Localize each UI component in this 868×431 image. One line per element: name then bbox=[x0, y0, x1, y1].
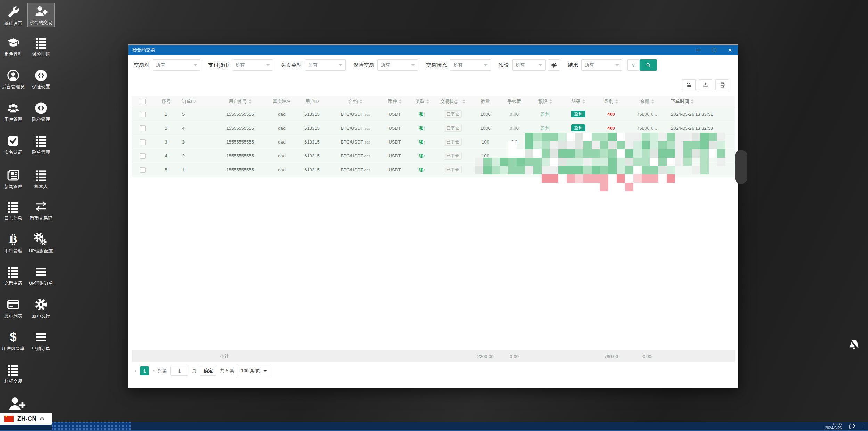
sidebar-item-insurance-type-management[interactable]: 险种管理 bbox=[28, 100, 54, 123]
cell-contract: BTC/USDT-30S bbox=[341, 167, 370, 172]
expand-filters-button[interactable]: ∨ bbox=[627, 59, 640, 71]
filter-preset-select[interactable]: 所有 bbox=[512, 59, 546, 71]
next-page-button[interactable]: › bbox=[153, 367, 155, 374]
filter-result-select[interactable]: 所有 bbox=[581, 59, 622, 71]
col-header-preset[interactable]: 预设 bbox=[539, 98, 552, 105]
sidebar-item-insurance-claims[interactable]: 保险理赔 bbox=[28, 35, 54, 57]
row-checkbox[interactable] bbox=[140, 153, 146, 159]
col-header-real-name[interactable]: 真实姓名 bbox=[273, 98, 291, 105]
prev-page-button[interactable]: ‹ bbox=[134, 367, 137, 374]
export-button[interactable] bbox=[699, 79, 712, 90]
cell-type: 涨↑ bbox=[419, 167, 426, 173]
row-checkbox[interactable] bbox=[140, 167, 146, 173]
sidebar-item-policy-management[interactable]: 险单管理 bbox=[28, 133, 54, 155]
cell-account: 15555555555 bbox=[226, 153, 254, 158]
preset-settings-button[interactable] bbox=[548, 59, 560, 71]
col-header-account[interactable]: 用户账号 bbox=[229, 98, 252, 105]
sidebar-item-coin-trade-records[interactable]: 币币交易记 bbox=[28, 199, 54, 221]
cell-amount: 1000 bbox=[481, 112, 491, 117]
sidebar-item-leverage-trading[interactable]: 杠杆交易 bbox=[0, 362, 26, 384]
cell-amount: 1000 bbox=[481, 125, 491, 131]
window-titlebar[interactable]: 秒合约交易 ✕ bbox=[128, 45, 738, 55]
cell-real-name: dad bbox=[278, 153, 286, 158]
sidebar-item-admin-users[interactable]: 后台管理员 bbox=[0, 67, 26, 90]
col-header-coin[interactable]: 币种 bbox=[388, 98, 402, 105]
col-header-order-time[interactable]: 下单时间 bbox=[665, 98, 694, 105]
status-badge: 已平仓 bbox=[444, 166, 462, 173]
chevron-down-icon: ∨ bbox=[632, 62, 636, 68]
sidebar-item-user-management[interactable]: 用户管理 bbox=[0, 100, 26, 123]
bitcoin-icon bbox=[7, 233, 20, 246]
close-button[interactable]: ✕ bbox=[722, 45, 738, 55]
maximize-icon bbox=[712, 48, 716, 52]
page-number-button[interactable]: 1 bbox=[140, 366, 149, 375]
taskbar-window-preview[interactable] bbox=[52, 422, 131, 430]
cell-order-time: 2024-05-26 13:32:58 bbox=[665, 125, 713, 131]
filter-insurance-trade-select[interactable]: 所有 bbox=[377, 59, 418, 71]
row-checkbox[interactable] bbox=[140, 139, 146, 145]
filter-label-trade-type: 买卖类型 bbox=[281, 62, 302, 68]
col-header-profit[interactable]: 盈利 bbox=[605, 98, 618, 105]
filter-trading-pair-select[interactable]: 所有 bbox=[153, 59, 200, 71]
col-header-user-id[interactable]: 用户ID bbox=[305, 98, 319, 105]
sidebar-item-subscription-orders[interactable]: 申购订单 bbox=[28, 329, 54, 352]
col-header-trade-status[interactable]: 交易状态.. bbox=[440, 98, 465, 105]
col-header-order-id[interactable]: 订单ID bbox=[178, 98, 196, 105]
select-all-checkbox[interactable] bbox=[140, 99, 146, 104]
sidebar-item-role-management[interactable]: 角色管理 bbox=[0, 35, 26, 57]
sidebar-item-insurance-settings[interactable]: 保险设置 bbox=[28, 67, 54, 90]
table-columns-icon bbox=[686, 82, 692, 88]
chat-icon[interactable] bbox=[848, 423, 855, 430]
language-selector[interactable]: ZH-CN bbox=[0, 413, 52, 425]
maximize-button[interactable] bbox=[706, 45, 722, 55]
result-badge: 盈利 bbox=[571, 111, 585, 117]
filter-trade-type-select[interactable]: 所有 bbox=[305, 59, 346, 71]
sort-icon bbox=[615, 99, 618, 104]
sidebar-item-second-contract[interactable]: 秒合约交易 bbox=[28, 3, 54, 27]
sort-icon bbox=[462, 99, 465, 104]
sidebar-item-up-finance-config[interactable]: UP理财配置 bbox=[28, 231, 54, 254]
minimize-button[interactable] bbox=[690, 45, 706, 55]
search-button[interactable] bbox=[640, 59, 657, 71]
confirm-page-button[interactable]: 确定 bbox=[200, 366, 216, 376]
sidebar-item-basic-settings[interactable]: 基础设置 bbox=[0, 4, 26, 27]
cell-type: 涨↑ bbox=[419, 139, 426, 145]
cell-user-id: 613315 bbox=[304, 125, 319, 131]
row-checkbox[interactable] bbox=[140, 112, 146, 117]
row-checkbox[interactable] bbox=[140, 125, 146, 131]
total-count-label: 共 5 条 bbox=[220, 368, 234, 374]
list-icon bbox=[34, 169, 48, 182]
show-desktop-divider[interactable] bbox=[863, 423, 863, 429]
sidebar-item-up-finance-orders[interactable]: UP理财订单 bbox=[28, 264, 54, 286]
filter-trade-status-select[interactable]: 所有 bbox=[450, 59, 491, 71]
sidebar-item-real-name-auth[interactable]: 实名认证 bbox=[0, 133, 26, 155]
cell-coin: USDT bbox=[388, 167, 401, 172]
sidebar-item-news-management[interactable]: 新闻管理 bbox=[0, 167, 26, 190]
sidebar-item-log-info[interactable]: 日志信息 bbox=[0, 199, 26, 221]
col-header-fee[interactable]: 手续费 bbox=[508, 98, 521, 105]
gears-icon bbox=[34, 233, 48, 246]
taskbar-clock[interactable]: 13:35 2024-5-26 bbox=[825, 422, 842, 430]
col-header-amount[interactable]: 数量 bbox=[481, 98, 490, 105]
taskbar[interactable]: 13:35 2024-5-26 bbox=[0, 422, 868, 431]
col-header-index[interactable]: 序号 bbox=[162, 98, 171, 105]
sidebar-item-new-coin-issue[interactable]: 新币发行 bbox=[28, 296, 54, 319]
col-header-type[interactable]: 类型 bbox=[416, 98, 429, 105]
goto-page-input[interactable] bbox=[170, 366, 188, 376]
users-icon bbox=[7, 101, 20, 115]
sidebar-item-user-risk-rate[interactable]: 用户风险率 bbox=[0, 329, 26, 352]
print-button[interactable] bbox=[715, 79, 729, 90]
sidebar-item-coin-management[interactable]: 币种管理 bbox=[0, 231, 26, 254]
cell-user-id: 613315 bbox=[304, 139, 319, 145]
cell-real-name: dad bbox=[278, 139, 286, 145]
bell-off-icon[interactable] bbox=[847, 337, 861, 353]
per-page-select[interactable]: 100 条/页 bbox=[238, 366, 270, 376]
table-columns-button[interactable] bbox=[682, 79, 696, 90]
sidebar-item-withdraw-list[interactable]: 提币列表 bbox=[0, 296, 26, 319]
sidebar-item-deposit-requests[interactable]: 充币申请 bbox=[0, 264, 26, 286]
sidebar-item-robot[interactable]: 机器人 bbox=[28, 167, 54, 190]
filter-pay-currency-select[interactable]: 所有 bbox=[232, 59, 273, 71]
col-header-result[interactable]: 结果 bbox=[572, 98, 585, 105]
col-header-contract[interactable]: 合约 bbox=[349, 98, 362, 105]
col-header-balance[interactable]: 余额 bbox=[640, 98, 654, 105]
